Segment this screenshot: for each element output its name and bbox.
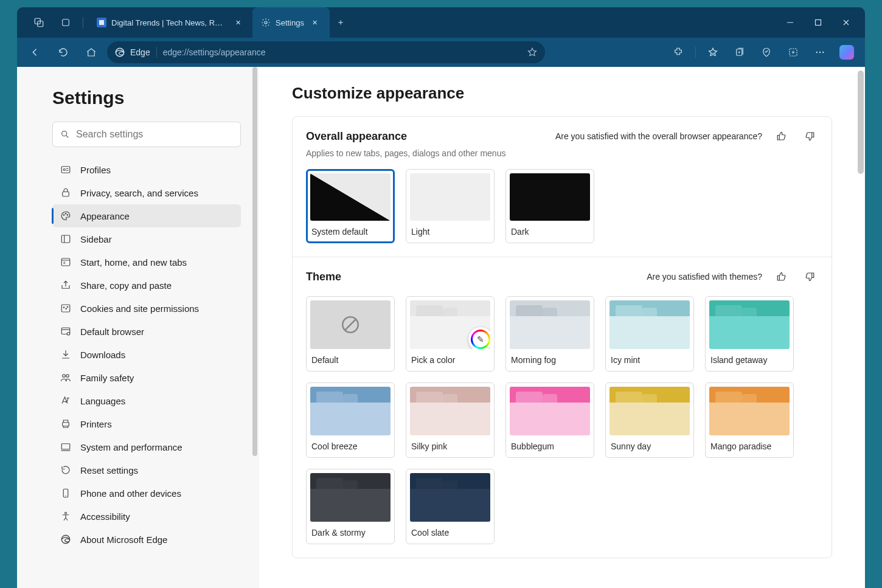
thumbs-down-icon[interactable] — [801, 268, 818, 285]
appearance-option-dark[interactable]: Dark — [505, 169, 594, 243]
sidebar-item-language[interactable]: Languages — [52, 389, 241, 412]
svg-rect-2 — [63, 19, 69, 26]
home-button[interactable] — [79, 40, 103, 64]
sidebar-item-edge[interactable]: About Microsoft Edge — [52, 528, 241, 551]
sidebar-item-family[interactable]: Family safety — [52, 366, 241, 389]
svg-point-27 — [63, 375, 66, 378]
panel-icon — [60, 233, 72, 245]
tab-settings[interactable]: Settings ✕ — [252, 7, 330, 38]
sidebar-item-home[interactable]: Start, home, and new tabs — [52, 251, 241, 274]
sidebar-item-label: Sidebar — [80, 234, 112, 244]
collections-icon[interactable] — [727, 40, 752, 64]
paint-icon — [60, 210, 72, 222]
sidebar-scrollbar[interactable] — [252, 67, 258, 588]
browser-icon — [60, 325, 72, 337]
tile-label: Bubblegum — [510, 441, 590, 451]
theme-option-icy[interactable]: Icy mint — [605, 296, 694, 372]
sidebar-item-label: Cookies and site permissions — [80, 303, 199, 314]
svg-point-16 — [63, 215, 64, 216]
family-icon — [60, 372, 72, 384]
edge-logo-icon — [114, 47, 125, 58]
screenshot-icon[interactable] — [781, 40, 805, 64]
favorite-star-icon[interactable] — [527, 47, 538, 58]
svg-point-23 — [66, 308, 67, 310]
back-button[interactable] — [23, 40, 47, 64]
close-window-button[interactable] — [832, 10, 860, 35]
sidebar-item-label: System and performance — [80, 442, 182, 452]
sidebar-item-label: Printers — [80, 419, 112, 429]
sidebar-item-printer[interactable]: Printers — [52, 412, 241, 435]
search-field[interactable] — [76, 129, 233, 140]
refresh-button[interactable] — [51, 40, 75, 64]
svg-point-17 — [65, 213, 66, 215]
sidebar-item-lock[interactable]: Privacy, search, and services — [52, 181, 241, 204]
more-menu-icon[interactable] — [808, 40, 832, 64]
thumbs-up-icon[interactable] — [773, 268, 790, 285]
new-tab-button[interactable]: ＋ — [330, 7, 352, 38]
tab-title: Settings — [276, 18, 304, 27]
extensions-icon[interactable] — [666, 40, 690, 64]
sidebar-item-cookie[interactable]: Cookies and site permissions — [52, 297, 241, 320]
workspaces-icon[interactable] — [27, 10, 51, 35]
theme-option-stormy[interactable]: Dark & stormy — [306, 469, 395, 544]
theme-option-cool[interactable]: Cool breeze — [306, 382, 395, 458]
sidebar-item-browser[interactable]: Default browser — [52, 320, 241, 343]
theme-option-mango[interactable]: Mango paradise — [705, 382, 794, 458]
theme-preview — [310, 473, 391, 522]
appearance-option-light[interactable]: Light — [406, 169, 495, 243]
main-scrollbar[interactable] — [858, 71, 864, 174]
sidebar-item-system[interactable]: System and performance — [52, 435, 241, 458]
theme-preview — [609, 300, 690, 349]
no-theme-icon — [310, 300, 391, 349]
sidebar-item-panel[interactable]: Sidebar — [52, 227, 241, 251]
minimize-button[interactable] — [776, 10, 804, 35]
edge-icon — [60, 533, 72, 545]
thumbs-down-icon[interactable] — [801, 128, 818, 145]
tile-label: Silky pink — [410, 441, 490, 451]
search-settings-input[interactable] — [52, 122, 241, 147]
theme-preview — [410, 473, 490, 522]
reset-icon — [60, 464, 72, 476]
tile-label: Sunny day — [609, 441, 690, 451]
theme-option-bubble[interactable]: Bubblegum — [505, 382, 594, 458]
sidebar-item-paint[interactable]: Appearance — [52, 204, 241, 227]
theme-option-slate[interactable]: Cool slate — [406, 469, 495, 544]
theme-option-sunny[interactable]: Sunny day — [605, 382, 694, 458]
system-icon — [60, 441, 72, 453]
sidebar-item-reset[interactable]: Reset settings — [52, 458, 241, 482]
gear-icon — [261, 18, 271, 27]
svg-point-26 — [67, 333, 70, 336]
favorites-icon[interactable] — [701, 40, 725, 64]
svg-point-24 — [67, 306, 68, 308]
tab-close-icon[interactable]: ✕ — [232, 16, 244, 29]
tile-label: Cool slate — [410, 528, 490, 538]
maximize-button[interactable] — [804, 10, 832, 35]
color-picker-icon: ✎ — [468, 327, 490, 349]
copilot-icon[interactable] — [835, 40, 859, 64]
tab-close-icon[interactable]: ✕ — [309, 16, 321, 29]
appearance-option-system[interactable]: System default — [306, 169, 395, 243]
svg-point-18 — [67, 215, 68, 216]
settings-heading: Settings — [52, 88, 241, 108]
tab-title: Digital Trends | Tech News, Revie — [111, 18, 227, 27]
profile-icon — [60, 164, 72, 176]
share-icon — [60, 279, 72, 291]
sidebar-item-profile[interactable]: Profiles — [52, 158, 241, 181]
theme-option-silky[interactable]: Silky pink — [406, 382, 495, 458]
theme-option-pick[interactable]: ✎Pick a color — [406, 296, 495, 372]
theme-option-island[interactable]: Island getaway — [705, 296, 794, 372]
sidebar-item-label: Languages — [80, 396, 125, 406]
theme-option-morning[interactable]: Morning fog — [505, 296, 594, 372]
sidebar-item-share[interactable]: Share, copy and paste — [52, 274, 241, 297]
sidebar-item-access[interactable]: Accessibility — [52, 505, 241, 528]
tab-digital-trends[interactable]: Digital Trends | Tech News, Revie ✕ — [88, 7, 252, 38]
favicon-icon — [97, 18, 106, 27]
address-bar[interactable]: Edge edge://settings/appearance — [107, 41, 545, 63]
sidebar-item-download[interactable]: Downloads — [52, 343, 241, 366]
thumbs-up-icon[interactable] — [773, 128, 790, 145]
sidebar-item-phone[interactable]: Phone and other devices — [52, 482, 241, 505]
home-icon — [60, 256, 72, 268]
tab-actions-icon[interactable] — [54, 10, 78, 35]
browser-essentials-icon[interactable] — [754, 40, 779, 64]
theme-option-default[interactable]: Default — [306, 296, 395, 372]
